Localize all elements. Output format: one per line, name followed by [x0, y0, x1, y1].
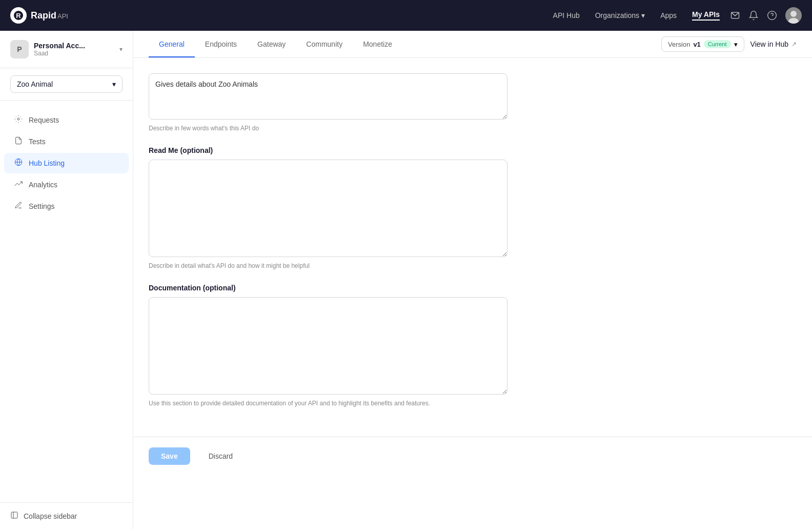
tab-gateway[interactable]: Gateway: [247, 31, 296, 57]
svg-point-3: [768, 11, 777, 20]
top-nav: R RapidAPI API Hub Organizations ▾ Apps …: [0, 0, 812, 31]
sidebar-nav: Requests Tests: [0, 101, 133, 502]
save-button[interactable]: Save: [149, 447, 190, 465]
account-avatar: P: [10, 40, 29, 58]
sidebar-item-hub-listing[interactable]: Hub Listing: [4, 153, 129, 173]
sidebar-item-label: Requests: [29, 116, 59, 124]
app-layout: P Personal Acc... Saad ▾ Zoo Animal ▾: [0, 31, 812, 529]
sidebar-item-settings[interactable]: Settings: [4, 196, 129, 217]
view-in-hub-button[interactable]: View in Hub ↗: [750, 40, 797, 48]
tab-community[interactable]: Community: [296, 31, 353, 57]
sub-header: General Endpoints Gateway Community Mone…: [133, 31, 812, 58]
account-info: Personal Acc... Saad: [34, 42, 114, 57]
svg-point-6: [790, 11, 797, 17]
readme-section: Read Me (optional) Describe in detail wh…: [149, 146, 631, 269]
sidebar-item-requests[interactable]: Requests: [4, 110, 129, 130]
sidebar-item-label: Analytics: [29, 181, 57, 189]
email-icon[interactable]: [730, 10, 740, 21]
api-selector: Zoo Animal ▾: [0, 68, 133, 101]
nav-links: API Hub Organizations ▾ Apps My APIs: [553, 10, 720, 21]
help-icon[interactable]: [767, 10, 777, 21]
tests-icon: [14, 136, 23, 147]
account-chevron-icon: ▾: [119, 46, 123, 53]
form-actions: Save Discard: [133, 437, 812, 475]
avatar[interactable]: [785, 7, 802, 24]
sidebar: P Personal Acc... Saad ▾ Zoo Animal ▾: [0, 31, 133, 529]
readme-textarea[interactable]: [149, 160, 508, 257]
sidebar-item-analytics[interactable]: Analytics: [4, 174, 129, 195]
account-sub: Saad: [34, 50, 114, 57]
description-textarea[interactable]: [149, 73, 508, 120]
logo[interactable]: R RapidAPI: [10, 7, 68, 24]
account-selector[interactable]: P Personal Acc... Saad ▾: [0, 31, 133, 68]
collapse-sidebar-button[interactable]: Collapse sidebar: [10, 511, 123, 521]
documentation-section: Documentation (optional) Use this sectio…: [149, 284, 631, 407]
nav-apps[interactable]: Apps: [660, 11, 677, 19]
api-select-button[interactable]: Zoo Animal ▾: [10, 75, 123, 93]
api-select-label: Zoo Animal: [17, 80, 53, 88]
chevron-down-icon: ▾: [641, 11, 645, 19]
tab-general[interactable]: General: [149, 31, 195, 57]
description-section: Describe in few words what's this API do: [149, 73, 631, 132]
nav-my-apis[interactable]: My APIs: [692, 10, 720, 21]
tab-endpoints[interactable]: Endpoints: [195, 31, 247, 57]
readme-hint: Describe in detail what's API do and how…: [149, 262, 631, 269]
analytics-icon: [14, 180, 23, 190]
sidebar-item-tests[interactable]: Tests: [4, 131, 129, 152]
main-content: General Endpoints Gateway Community Mone…: [133, 31, 812, 529]
readme-label: Read Me (optional): [149, 146, 631, 154]
logo-icon: R: [10, 7, 27, 24]
nav-organizations[interactable]: Organizations ▾: [595, 11, 645, 19]
sidebar-bottom: Collapse sidebar: [0, 502, 133, 529]
documentation-textarea[interactable]: [149, 297, 508, 395]
description-hint: Describe in few words what's this API do: [149, 125, 631, 132]
tabs: General Endpoints Gateway Community Mone…: [149, 31, 661, 57]
svg-rect-11: [11, 512, 17, 518]
hub-listing-icon: [14, 158, 23, 168]
api-chevron-icon: ▾: [112, 80, 116, 88]
external-link-icon: ↗: [791, 41, 797, 48]
tab-monetize[interactable]: Monetize: [353, 31, 402, 57]
discard-button[interactable]: Discard: [196, 447, 245, 465]
version-label: Version: [668, 41, 690, 48]
current-badge: Current: [704, 40, 731, 48]
documentation-label: Documentation (optional): [149, 284, 631, 292]
account-name: Personal Acc...: [34, 42, 114, 50]
bell-icon[interactable]: [748, 10, 759, 21]
version-selector[interactable]: Version v1 Current ▾: [661, 36, 744, 52]
collapse-icon: [10, 511, 18, 521]
collapse-label: Collapse sidebar: [24, 512, 77, 520]
form-content: Describe in few words what's this API do…: [133, 58, 646, 437]
logo-text: RapidAPI: [31, 10, 68, 21]
version-number: v1: [693, 41, 700, 48]
nav-icons: [730, 7, 802, 24]
sidebar-item-label: Hub Listing: [29, 159, 65, 167]
requests-icon: [14, 115, 23, 125]
settings-icon: [14, 201, 23, 211]
svg-text:R: R: [16, 12, 21, 19]
version-chevron-icon: ▾: [734, 41, 738, 48]
svg-point-8: [17, 118, 19, 120]
documentation-hint: Use this section to provide detailed doc…: [149, 400, 631, 407]
nav-api-hub[interactable]: API Hub: [553, 11, 580, 19]
header-actions: Version v1 Current ▾ View in Hub ↗: [661, 36, 797, 52]
sidebar-item-label: Settings: [29, 202, 55, 210]
sidebar-item-label: Tests: [29, 138, 46, 146]
